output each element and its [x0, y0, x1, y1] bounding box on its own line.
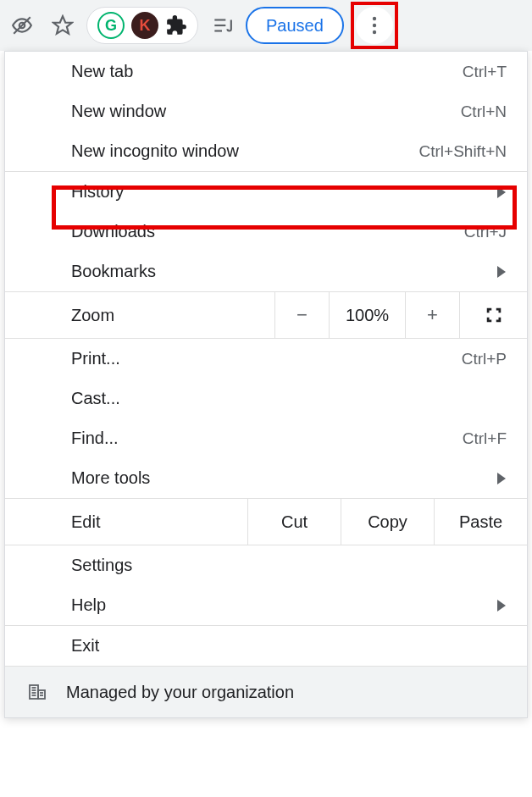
- menu-shortcut: Ctrl+F: [463, 429, 507, 448]
- media-control-icon[interactable]: [205, 8, 239, 42]
- menu-label: Exit: [71, 636, 507, 656]
- menu-item-history[interactable]: History: [5, 172, 527, 212]
- menu-label: New window: [71, 102, 461, 121]
- menu-item-print[interactable]: Print... Ctrl+P: [5, 339, 527, 379]
- menu-item-edit: Edit Cut Copy Paste: [5, 498, 527, 545]
- svg-marker-10: [497, 266, 506, 278]
- menu-item-new-tab[interactable]: New tab Ctrl+T: [5, 52, 527, 91]
- menu-shortcut: Ctrl+Shift+N: [419, 142, 507, 161]
- menu-label: New tab: [71, 62, 463, 81]
- chrome-main-menu: New tab Ctrl+T New window Ctrl+N New inc…: [4, 51, 528, 718]
- building-icon: [25, 682, 49, 702]
- menu-label: Cast...: [71, 389, 507, 408]
- extensions-group: G K: [86, 7, 198, 44]
- edit-copy-button[interactable]: Copy: [341, 499, 434, 545]
- menu-item-more-tools[interactable]: More tools: [5, 458, 527, 498]
- svg-point-6: [373, 17, 376, 20]
- menu-item-exit[interactable]: Exit: [5, 626, 527, 666]
- menu-item-find[interactable]: Find... Ctrl+F: [5, 418, 527, 458]
- zoom-label: Zoom: [5, 306, 274, 325]
- menu-shortcut: Ctrl+J: [464, 223, 507, 241]
- fullscreen-button[interactable]: [459, 292, 527, 338]
- menu-item-new-window[interactable]: New window Ctrl+N: [5, 91, 527, 131]
- menu-item-managed[interactable]: Managed by your organization: [5, 666, 527, 717]
- menu-shortcut: Ctrl+P: [462, 350, 507, 368]
- zoom-in-button[interactable]: +: [405, 292, 459, 338]
- profile-paused-button[interactable]: Paused: [246, 7, 344, 44]
- menu-label: Bookmarks: [71, 262, 490, 281]
- zoom-value: 100%: [329, 292, 405, 338]
- menu-item-settings[interactable]: Settings: [5, 545, 527, 585]
- menu-item-help[interactable]: Help: [5, 585, 527, 625]
- extension-k-icon[interactable]: K: [131, 12, 158, 39]
- bookmark-star-icon[interactable]: [46, 8, 80, 42]
- managed-label: Managed by your organization: [66, 683, 294, 702]
- edit-cut-button[interactable]: Cut: [247, 499, 341, 545]
- menu-label: Find...: [71, 429, 463, 448]
- menu-label: Help: [71, 595, 490, 615]
- chevron-right-icon: [496, 186, 507, 198]
- menu-label: History: [71, 182, 490, 202]
- paused-label: Paused: [266, 16, 324, 36]
- kebab-highlight-box: [351, 2, 398, 49]
- svg-marker-9: [497, 186, 506, 198]
- menu-item-zoom: Zoom − 100% +: [5, 291, 527, 339]
- menu-label: More tools: [71, 468, 490, 488]
- menu-label: Print...: [71, 349, 462, 368]
- browser-toolbar: G K Paused: [0, 0, 532, 51]
- chevron-right-icon: [496, 266, 507, 278]
- menu-item-downloads[interactable]: Downloads Ctrl+J: [5, 212, 527, 252]
- site-settings-icon[interactable]: [5, 8, 39, 42]
- extension-grammarly-icon[interactable]: G: [97, 12, 125, 39]
- edit-label: Edit: [5, 512, 247, 532]
- svg-point-8: [373, 30, 376, 34]
- svg-marker-11: [497, 473, 506, 484]
- menu-shortcut: Ctrl+T: [463, 63, 507, 81]
- svg-marker-2: [53, 16, 72, 34]
- kebab-menu-button[interactable]: [356, 7, 393, 44]
- menu-item-cast[interactable]: Cast...: [5, 379, 527, 418]
- chevron-right-icon: [496, 600, 507, 612]
- menu-label: Downloads: [71, 222, 464, 241]
- svg-point-7: [373, 24, 376, 27]
- svg-rect-14: [38, 690, 45, 699]
- menu-label: New incognito window: [71, 141, 419, 161]
- chevron-right-icon: [496, 473, 507, 484]
- extensions-puzzle-icon[interactable]: [165, 14, 187, 36]
- menu-item-new-incognito[interactable]: New incognito window Ctrl+Shift+N: [5, 131, 527, 171]
- menu-label: Settings: [71, 556, 507, 575]
- zoom-out-button[interactable]: −: [274, 292, 329, 338]
- menu-shortcut: Ctrl+N: [461, 102, 507, 121]
- menu-item-bookmarks[interactable]: Bookmarks: [5, 252, 527, 291]
- svg-marker-12: [497, 600, 506, 612]
- edit-paste-button[interactable]: Paste: [434, 499, 527, 545]
